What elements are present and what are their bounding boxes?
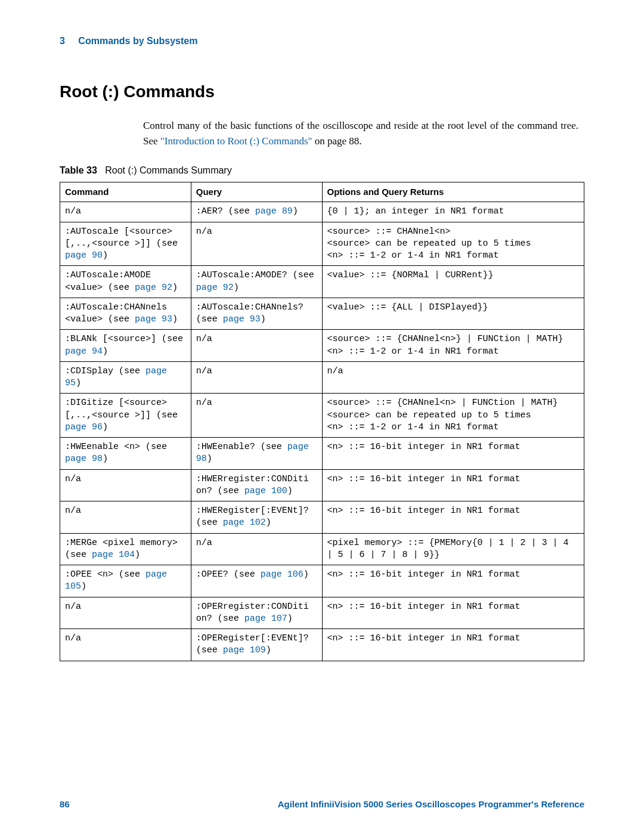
- command-cell: n/a: [60, 597, 191, 629]
- query-cell: :HWERegister[:EVENt]? (see page 102): [191, 501, 322, 534]
- command-cell: :DIGitize [<source>[,..,<source >]] (see…: [60, 394, 191, 438]
- command-cell: :BLANk [<source>] (see page 94): [60, 330, 191, 362]
- page-link[interactable]: page 94: [65, 346, 103, 357]
- table-row: :OPEE <n> (see page 105):OPEE? (see page…: [60, 565, 584, 597]
- query-cell: :OPERegister[:EVENt]? (see page 109): [191, 629, 322, 661]
- page-link[interactable]: page 106: [261, 569, 304, 580]
- command-cell: :CDISplay (see page 95): [60, 361, 191, 394]
- query-cell: :HWERregister:CONDiti on? (see page 100): [191, 469, 322, 501]
- returns-cell: <n> ::= 16-bit integer in NR1 format: [322, 501, 584, 534]
- intro-paragraph: Control many of the basic functions of t…: [143, 118, 578, 148]
- query-cell: :OPEE? (see page 106): [191, 565, 322, 597]
- command-cell: :MERGe <pixel memory> (see page 104): [60, 533, 191, 565]
- table-row: :CDISplay (see page 95)n/an/a: [60, 361, 584, 394]
- query-cell: n/a: [191, 330, 322, 362]
- table-row: :HWEenable <n> (see page 98):HWEenable? …: [60, 438, 584, 470]
- table-row: n/a:OPERregister:CONDiti on? (see page 1…: [60, 597, 584, 629]
- returns-cell: <value> ::= {ALL | DISPlayed}}: [322, 298, 584, 330]
- page-link[interactable]: page 105: [65, 569, 167, 592]
- commands-table: Command Query Options and Query Returns …: [60, 182, 584, 661]
- page: 3 Commands by Subsystem Root (:) Command…: [0, 0, 644, 833]
- query-cell: :HWEenable? (see page 98): [191, 438, 322, 470]
- page-link[interactable]: page 92: [196, 283, 234, 293]
- chapter-number: 3: [60, 36, 65, 47]
- query-cell: n/a: [191, 533, 322, 565]
- command-cell: :OPEE <n> (see page 105): [60, 565, 191, 597]
- command-cell: :AUToscale:CHANnels <value> (see page 93…: [60, 298, 191, 330]
- returns-cell: <pixel memory> ::= {PMEMory{0 | 1 | 2 | …: [322, 533, 584, 565]
- query-cell: n/a: [191, 361, 322, 394]
- section-title: Commands by Subsystem: [78, 36, 197, 46]
- returns-cell: <n> ::= 16-bit integer in NR1 format: [322, 565, 584, 597]
- page-link[interactable]: page 93: [135, 314, 172, 324]
- page-link[interactable]: page 95: [65, 366, 167, 388]
- table-row: :MERGe <pixel memory> (see page 104)n/a<…: [60, 533, 584, 565]
- page-link[interactable]: page 100: [244, 486, 287, 496]
- returns-cell: <n> ::= 16-bit integer in NR1 format: [322, 438, 584, 470]
- page-number: 86: [60, 799, 70, 809]
- intro-link[interactable]: "Introduction to Root (:) Commands": [160, 135, 312, 147]
- returns-cell: <n> ::= 16-bit integer in NR1 format: [322, 597, 584, 629]
- table-row: :AUToscale:CHANnels <value> (see page 93…: [60, 298, 584, 330]
- query-cell: :OPERregister:CONDiti on? (see page 107): [191, 597, 322, 629]
- query-cell: n/a: [191, 222, 322, 266]
- returns-cell: <n> ::= 16-bit integer in NR1 format: [322, 469, 584, 501]
- query-cell: n/a: [191, 394, 322, 438]
- page-link[interactable]: page 93: [223, 314, 261, 324]
- table-row: :AUToscale [<source>[,..,<source >]] (se…: [60, 222, 584, 266]
- page-link[interactable]: page 104: [92, 550, 135, 560]
- page-link[interactable]: page 90: [65, 250, 103, 261]
- page-link[interactable]: page 92: [135, 283, 172, 293]
- returns-cell: <source> ::= {CHANnel<n> | FUNCtion | MA…: [322, 394, 584, 438]
- query-cell: :AUToscale:CHANnels? (see page 93): [191, 298, 322, 330]
- col-returns: Options and Query Returns: [322, 182, 584, 202]
- table-row: n/a:OPERegister[:EVENt]? (see page 109)<…: [60, 629, 584, 661]
- table-row: n/a:HWERregister:CONDiti on? (see page 1…: [60, 469, 584, 501]
- intro-text-post: on page 88.: [315, 135, 362, 147]
- table-row: :DIGitize [<source>[,..,<source >]] (see…: [60, 394, 584, 438]
- command-cell: :AUToscale [<source>[,..,<source >]] (se…: [60, 222, 191, 266]
- table-header-row: Command Query Options and Query Returns: [60, 182, 584, 202]
- page-footer: 86 Agilent InfiniiVision 5000 Series Osc…: [60, 799, 584, 809]
- query-cell: :AER? (see page 89): [191, 202, 322, 222]
- returns-cell: <value> ::= {NORMal | CURRent}}: [322, 266, 584, 298]
- page-link[interactable]: page 98: [65, 454, 103, 464]
- table-caption-label: Table 33: [60, 165, 97, 175]
- page-link[interactable]: page 109: [223, 645, 266, 655]
- page-link[interactable]: page 102: [223, 518, 266, 528]
- returns-cell: <n> ::= 16-bit integer in NR1 format: [322, 629, 584, 661]
- page-link[interactable]: page 96: [65, 422, 103, 432]
- command-cell: n/a: [60, 501, 191, 534]
- query-cell: :AUToscale:AMODE? (see page 92): [191, 266, 322, 298]
- command-cell: n/a: [60, 629, 191, 661]
- table-row: n/a:AER? (see page 89){0 | 1}; an intege…: [60, 202, 584, 222]
- running-header: 3 Commands by Subsystem: [60, 36, 584, 47]
- returns-cell: <source> ::= {CHANnel<n>} | FUNCtion | M…: [322, 330, 584, 362]
- table-row: :BLANk [<source>] (see page 94)n/a<sourc…: [60, 330, 584, 362]
- returns-cell: n/a: [322, 361, 584, 394]
- returns-cell: <source> ::= CHANnel<n><source> can be r…: [322, 222, 584, 266]
- command-cell: n/a: [60, 202, 191, 222]
- page-link[interactable]: page 98: [196, 442, 309, 464]
- book-title: Agilent InfiniiVision 5000 Series Oscill…: [278, 799, 584, 809]
- table-caption: Table 33 Root (:) Commands Summary: [60, 165, 584, 176]
- page-link[interactable]: page 89: [255, 206, 293, 216]
- col-query: Query: [191, 182, 322, 202]
- page-title: Root (:) Commands: [60, 82, 584, 101]
- returns-cell: {0 | 1}; an integer in NR1 format: [322, 202, 584, 222]
- command-cell: :HWEenable <n> (see page 98): [60, 438, 191, 470]
- table-caption-title: Root (:) Commands Summary: [105, 165, 232, 175]
- table-row: n/a:HWERegister[:EVENt]? (see page 102)<…: [60, 501, 584, 534]
- command-cell: n/a: [60, 469, 191, 501]
- page-link[interactable]: page 107: [244, 614, 287, 624]
- table-row: :AUToscale:AMODE <value> (see page 92):A…: [60, 266, 584, 298]
- command-cell: :AUToscale:AMODE <value> (see page 92): [60, 266, 191, 298]
- col-command: Command: [60, 182, 191, 202]
